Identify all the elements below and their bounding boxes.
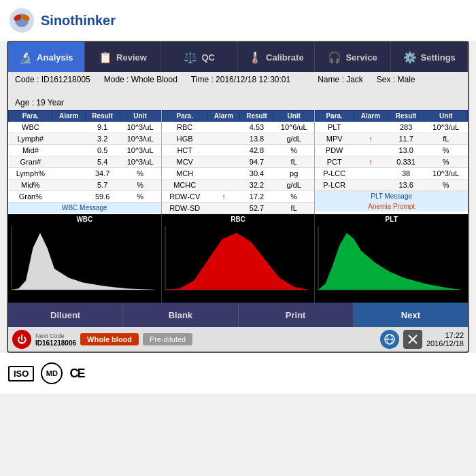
next-code-label: Next Code — [35, 333, 76, 339]
patient-age: Age : 19 Year — [15, 98, 64, 107]
md-badge: MD — [41, 362, 63, 384]
plt-message: PLT Message — [315, 191, 468, 201]
bottom-buttons: Diluent Blank Print Next — [8, 303, 468, 327]
wbc-col-para: Para. — [9, 111, 53, 122]
next-code-section: Next Code ID161218006 — [35, 333, 76, 347]
rbc-col-alarm: Alarm — [207, 111, 239, 122]
plt-panel: Para. Alarm Result Unit PLT28310^3/uLMPV… — [315, 110, 468, 214]
wbc-table: Para. Alarm Result Unit WBC9.110^3/uLLym… — [8, 110, 161, 203]
wbc-row: Mid#0.510^3/uL — [9, 145, 161, 156]
plt-table: Para. Alarm Result Unit PLT28310^3/uLMPV… — [315, 110, 468, 191]
rbc-row: RDW-SD52.7fL — [162, 203, 314, 214]
wbc-row: Gran%59.6% — [9, 191, 161, 203]
rbc-chart-label: RBC — [162, 214, 315, 223]
data-section: Para. Alarm Result Unit WBC9.110^3/uLLym… — [8, 110, 468, 214]
patient-sex: Sex : Male — [377, 75, 415, 84]
current-date: 2016/12/18 — [426, 339, 464, 347]
wbc-col-unit: Unit — [120, 111, 160, 122]
rbc-row: RDW-CV↑17.2% — [162, 191, 314, 203]
rbc-panel: Para. Alarm Result Unit RBC4.5310^6/uLHG… — [162, 110, 316, 214]
plt-col-result: Result — [388, 111, 424, 122]
rbc-row: RBC4.5310^6/uL — [162, 122, 314, 133]
diluent-button[interactable]: Diluent — [8, 303, 123, 327]
plt-col-alarm: Alarm — [354, 111, 388, 122]
wbc-col-alarm: Alarm — [52, 111, 85, 122]
rbc-row: MCV94.7fL — [162, 156, 314, 168]
pre-diluted-button[interactable]: Pre-diluted — [143, 333, 192, 345]
rbc-col-unit: Unit — [274, 111, 314, 122]
plt-chart-container: PLT — [315, 214, 468, 303]
tab-review[interactable]: 📋 Review — [85, 42, 162, 72]
patient-name: Name : Jack — [318, 75, 363, 84]
nav-tabs: 🔬 Analysis 📋 Review ⚖️ QC 🌡️ Calibrate 🎧… — [8, 42, 468, 72]
tab-analysis[interactable]: 🔬 Analysis — [8, 42, 85, 72]
patient-info: Code : ID161218005 Mode : Whole Blood Ti… — [8, 72, 468, 110]
plt-col-unit: Unit — [424, 111, 468, 122]
wbc-row: Lymph#3.210^3/uL — [9, 133, 161, 145]
rbc-row: HGB13.8g/dL — [162, 133, 314, 145]
calibrate-icon: 🌡️ — [248, 51, 262, 64]
wbc-col-result: Result — [85, 111, 120, 122]
wbc-row: Mid%5.7% — [9, 180, 161, 191]
wbc-panel: Para. Alarm Result Unit WBC9.110^3/uLLym… — [8, 110, 162, 214]
main-panel: 🔬 Analysis 📋 Review ⚖️ QC 🌡️ Calibrate 🎧… — [7, 41, 469, 353]
iso-badge: ISO — [8, 366, 34, 381]
status-icons: 17:22 2016/12/18 — [380, 330, 464, 349]
review-icon: 📋 — [99, 51, 112, 64]
footer: ISO MD CE — [0, 353, 476, 394]
status-bar: ⏻ Next Code ID161218006 Whole blood Pre-… — [8, 327, 468, 352]
tab-service[interactable]: 🎧 Service — [315, 42, 392, 72]
rbc-row: MCHC32.2g/dL — [162, 180, 314, 191]
patient-time: Time : 2016/12/18 12:30:01 — [191, 75, 290, 84]
wbc-row: Gran#5.410^3/uL — [9, 156, 161, 168]
logo-text: Sinothinker — [41, 13, 116, 29]
settings-icon: ⚙️ — [403, 51, 417, 64]
patient-code: Code : ID161218005 — [15, 75, 90, 84]
rbc-table: Para. Alarm Result Unit RBC4.5310^6/uLHG… — [162, 110, 315, 214]
next-button[interactable]: Next — [354, 303, 468, 327]
plt-col-para: Para. — [316, 111, 354, 122]
wbc-row: WBC9.110^3/uL — [9, 122, 161, 133]
time-display: 17:22 2016/12/18 — [426, 331, 464, 347]
plt-row: MPV↑11.7fL — [316, 133, 468, 145]
tab-qc[interactable]: ⚖️ QC — [161, 42, 238, 72]
tab-calibrate[interactable]: 🌡️ Calibrate — [238, 42, 315, 72]
analysis-icon: 🔬 — [19, 51, 33, 64]
next-code-value: ID161218006 — [35, 339, 76, 347]
camera-icon — [403, 330, 422, 349]
wbc-chart — [8, 223, 158, 296]
anemia-prompt: Anemia Prompt — [315, 201, 468, 211]
patient-mode: Mode : Whole Blood — [104, 75, 177, 84]
rbc-chart — [162, 223, 311, 296]
rbc-row: HCT42.8% — [162, 145, 314, 156]
wbc-message: WBC Message — [8, 203, 161, 213]
print-button[interactable]: Print — [239, 303, 354, 327]
ce-badge: CE — [69, 367, 84, 381]
service-icon: 🎧 — [328, 51, 341, 64]
tab-settings[interactable]: ⚙️ Settings — [391, 42, 468, 72]
rbc-chart-container: RBC — [162, 214, 316, 303]
wbc-chart-label: WBC — [8, 214, 161, 223]
charts-section: WBC RBC PLT — [8, 214, 468, 303]
network-icon — [380, 330, 399, 349]
wbc-chart-container: WBC — [8, 214, 162, 303]
plt-row: P-LCC3810^3/uL — [316, 168, 468, 180]
plt-row: PCT↑0.331% — [316, 156, 468, 168]
logo-icon — [8, 7, 35, 34]
wbc-row: Lymph%34.7% — [9, 168, 161, 180]
rbc-col-result: Result — [240, 111, 274, 122]
current-time: 17:22 — [426, 331, 464, 339]
whole-blood-button[interactable]: Whole blood — [80, 333, 139, 345]
plt-row: PDW13.0% — [316, 145, 468, 156]
blank-button[interactable]: Blank — [123, 303, 238, 327]
rbc-row: MCH30.4pg — [162, 168, 314, 180]
logo-area: Sinothinker — [0, 0, 476, 41]
plt-row: P-LCR13.6% — [316, 180, 468, 191]
power-button[interactable]: ⏻ — [12, 330, 31, 349]
rbc-col-para: Para. — [162, 111, 207, 122]
qc-icon: ⚖️ — [184, 51, 197, 64]
plt-chart — [315, 223, 464, 296]
plt-row: PLT28310^3/uL — [316, 122, 468, 133]
plt-chart-label: PLT — [315, 214, 468, 223]
